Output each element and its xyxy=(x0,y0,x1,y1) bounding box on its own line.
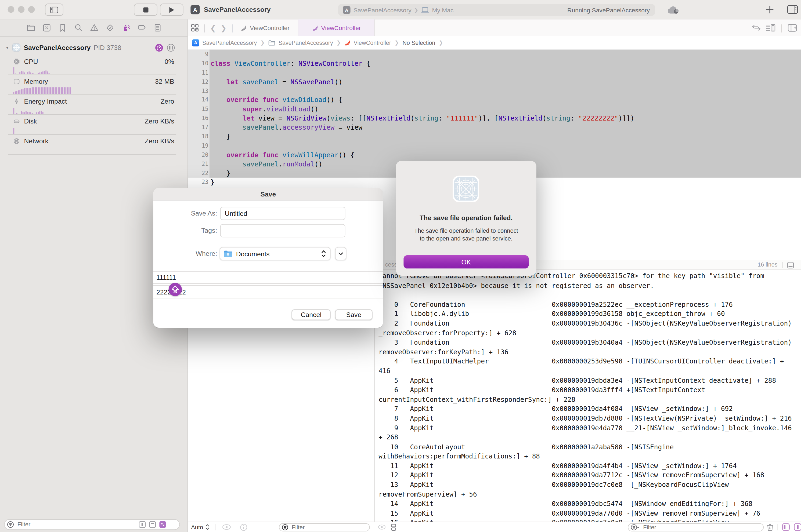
info-icon[interactable] xyxy=(240,524,247,531)
breadcrumb-segment[interactable]: SavePanelAccessory ❯ xyxy=(268,39,345,46)
stop-button[interactable] xyxy=(134,3,157,16)
expand-panel-button[interactable] xyxy=(335,247,346,260)
window-title: SavePanelAccessory xyxy=(204,0,271,19)
laptop-icon xyxy=(421,7,429,13)
chevron-down-icon[interactable]: ▾ xyxy=(6,45,8,50)
console-scope-icon[interactable] xyxy=(390,524,397,531)
activity-status: Running SavePanelAccessory xyxy=(567,6,650,14)
scheme-app-icon: A xyxy=(343,6,350,14)
gauge-row[interactable]: CPU 0% xyxy=(0,56,188,75)
go-back-button[interactable]: ❮ xyxy=(210,24,216,32)
gauge-row[interactable]: Network Zero KB/s xyxy=(0,135,188,155)
window-minimize-button[interactable] xyxy=(18,6,25,13)
filter-running-icon[interactable] xyxy=(159,521,166,528)
trash-icon[interactable] xyxy=(767,524,773,531)
divider xyxy=(8,154,176,155)
toggle-inspector-button[interactable] xyxy=(787,5,798,14)
navigator-icon[interactable] xyxy=(153,23,162,33)
gauge-label: Disk xyxy=(24,117,37,125)
code-review-icon[interactable] xyxy=(752,24,761,31)
debug-console[interactable]: Cannot remove an observer <TUINSCursorUI… xyxy=(375,270,801,522)
scheme-selector[interactable]: A SavePanelAccessory ❯ My Mac Running Sa… xyxy=(338,4,655,16)
gauge-row[interactable]: Disk Zero KB/s xyxy=(0,115,188,135)
process-pid: PID 3738 xyxy=(94,44,122,52)
filter-scope-icon-2[interactable] xyxy=(149,521,156,528)
navigator-tab-strip xyxy=(0,19,188,37)
filter-scope-icon-1[interactable] xyxy=(139,521,146,528)
navigator-icon[interactable] xyxy=(121,23,130,33)
gauge-view-button[interactable] xyxy=(155,44,163,52)
navigator-icon[interactable] xyxy=(137,23,146,33)
divider xyxy=(8,75,176,75)
add-editor-icon[interactable] xyxy=(788,24,797,32)
gauge-row[interactable]: Memory 32 MB xyxy=(0,75,188,95)
breadcrumb-segment[interactable]: ViewController ❯ xyxy=(344,39,402,45)
navigator-icon[interactable] xyxy=(74,23,83,33)
scheme-app-name[interactable]: SavePanelAccessory xyxy=(353,6,412,14)
breadcrumb-segment[interactable]: A SavePanelAccessory ❯ xyxy=(192,39,268,46)
window-close-button[interactable] xyxy=(8,6,15,13)
toggle-variables-pane-icon[interactable] xyxy=(782,523,790,531)
navigator-filter-field[interactable] xyxy=(4,519,180,530)
filter-icon xyxy=(7,521,14,528)
console-output[interactable]: Cannot remove an observer <TUINSCursorUI… xyxy=(379,272,791,522)
save-button[interactable]: Save xyxy=(335,309,372,320)
editor-options-icon[interactable] xyxy=(766,24,775,32)
gauge-sparkline xyxy=(13,147,188,154)
add-editor-tab-button[interactable] xyxy=(765,5,775,14)
console-mode-icon[interactable] xyxy=(787,262,794,269)
filter-icon xyxy=(282,524,288,530)
debug-bottom-bar: Auto xyxy=(188,522,801,532)
variables-scope-selector[interactable]: Auto xyxy=(191,524,203,530)
generic-app-icon xyxy=(453,175,479,202)
window-zoom-button[interactable] xyxy=(28,6,35,13)
project-app-icon: A xyxy=(190,5,200,14)
cancel-button[interactable]: Cancel xyxy=(292,309,331,320)
gauge-label: Network xyxy=(24,137,48,145)
chevron-right-icon: ❯ xyxy=(336,40,341,45)
variables-filter-field[interactable] xyxy=(279,523,370,531)
gauge-label: CPU xyxy=(24,57,38,65)
chevron-down-icon xyxy=(338,252,343,255)
sidebar-icon xyxy=(50,6,58,13)
editor-tab[interactable]: ViewController xyxy=(298,19,375,36)
navigator-icon[interactable] xyxy=(105,23,114,33)
process-detail-button[interactable] xyxy=(167,44,175,52)
related-items-icon[interactable] xyxy=(191,24,199,32)
scheme-destination[interactable]: My Mac xyxy=(432,6,453,14)
where-popup[interactable]: Documents xyxy=(220,247,331,260)
navigator-icon[interactable] xyxy=(26,23,35,33)
xcode-window: A SavePanelAccessory A SavePanelAccessor… xyxy=(0,0,801,532)
accessory-text-field[interactable]: 22222222 xyxy=(153,285,383,299)
process-row[interactable]: ▾ SavePanelAccessory PID 3738 xyxy=(0,43,188,52)
toggle-console-pane-icon[interactable] xyxy=(794,523,801,531)
navigator-icon[interactable] xyxy=(89,23,98,33)
tags-field[interactable] xyxy=(220,224,345,237)
accessory-text-field[interactable]: 111111 xyxy=(153,271,383,284)
code-line xyxy=(211,50,801,59)
console-filter-field[interactable] xyxy=(628,523,764,531)
gauge-sparkline xyxy=(13,127,188,134)
gauge-row[interactable]: Energy Impact Zero xyxy=(0,96,188,115)
navigator-icon[interactable] xyxy=(42,23,51,33)
alert-message: The save file operation failed to connec… xyxy=(403,227,529,242)
code-line: override func viewWillAppear() { xyxy=(211,151,801,160)
tags-label: Tags: xyxy=(156,227,217,234)
console-filter-input[interactable] xyxy=(642,524,763,531)
process-app-icon xyxy=(12,43,20,52)
code-line: super.viewDidLoad() xyxy=(211,105,801,114)
editor-tab[interactable]: ViewController xyxy=(232,19,298,36)
toggle-left-sidebar-button[interactable] xyxy=(45,3,63,16)
ok-button[interactable]: OK xyxy=(403,255,529,268)
quicklook-eye-icon[interactable] xyxy=(222,524,231,530)
variables-filter-input[interactable] xyxy=(291,524,369,531)
navigator-icon[interactable] xyxy=(58,23,67,33)
jump-bar: A SavePanelAccessory ❯ SavePanelAccessor… xyxy=(188,36,801,50)
go-forward-button[interactable]: ❯ xyxy=(220,24,226,32)
breadcrumb-segment[interactable]: No Selection ❯ xyxy=(402,39,447,45)
run-button[interactable] xyxy=(160,3,183,16)
console-process-label: cess xyxy=(385,262,397,268)
save-as-field[interactable] xyxy=(220,207,345,220)
chevron-right-icon: ❯ xyxy=(414,7,418,13)
console-eye-icon[interactable] xyxy=(378,524,386,530)
